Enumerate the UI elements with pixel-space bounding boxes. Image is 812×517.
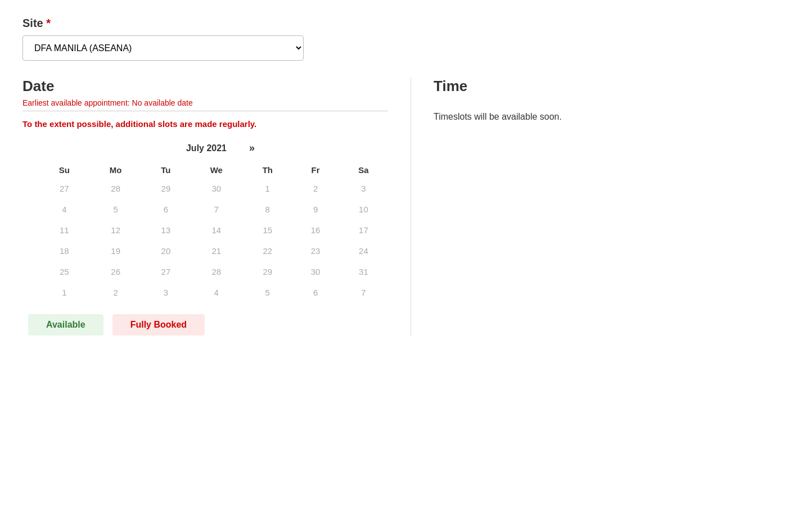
weekday-su: Su <box>39 162 89 178</box>
calendar-day: 3 <box>142 282 190 303</box>
calendar-day: 5 <box>89 199 142 220</box>
calendar-day: 20 <box>142 241 190 261</box>
additional-slots-message: To the extent possible, additional slots… <box>22 119 388 129</box>
calendar-day: 7 <box>339 282 388 303</box>
calendar-day: 7 <box>190 199 243 220</box>
site-label: Site * <box>22 17 790 30</box>
calendar-week-row: 11121314151617 <box>39 220 388 241</box>
calendar-day: 4 <box>39 199 89 220</box>
calendar-day: 23 <box>292 241 339 261</box>
calendar-week-row: 1234567 <box>39 282 388 303</box>
calendar-day: 3 <box>339 178 388 199</box>
site-required-indicator: * <box>46 17 51 29</box>
calendar-day: 19 <box>89 241 142 261</box>
calendar-day: 27 <box>39 178 89 199</box>
calendar-day: 12 <box>89 220 142 241</box>
calendar-week-row: 45678910 <box>39 199 388 220</box>
earliest-appointment-notice: Earliest available appointment: No avail… <box>22 98 388 107</box>
weekday-th: Th <box>243 162 292 178</box>
calendar-day: 27 <box>142 261 190 282</box>
calendar-legend: Available Fully Booked <box>28 314 388 335</box>
weekday-mo: Mo <box>89 162 142 178</box>
site-label-text: Site <box>22 17 43 29</box>
earliest-value: No available date <box>132 98 193 107</box>
calendar-day: 9 <box>292 199 339 220</box>
calendar-month-title: July 2021 <box>173 143 240 153</box>
calendar-day: 25 <box>39 261 89 282</box>
calendar-header: July 2021 » <box>39 142 388 154</box>
date-divider <box>22 111 388 111</box>
weekday-we: We <box>190 162 243 178</box>
calendar-day: 24 <box>339 241 388 261</box>
calendar-day: 5 <box>243 282 292 303</box>
weekday-tu: Tu <box>142 162 190 178</box>
timeslots-message: Timeslots will be available soon. <box>434 112 790 122</box>
calendar: July 2021 » Su Mo Tu We Th Fr Sa <box>39 142 388 303</box>
time-section: Time Timeslots will be available soon. <box>410 78 790 335</box>
calendar-day: 28 <box>190 261 243 282</box>
date-section: Date Earliest available appointment: No … <box>22 78 388 335</box>
calendar-day: 2 <box>292 178 339 199</box>
calendar-day: 30 <box>190 178 243 199</box>
calendar-week-row: 27282930123 <box>39 178 388 199</box>
date-section-title: Date <box>22 78 388 95</box>
calendar-day: 29 <box>142 178 190 199</box>
calendar-day: 26 <box>89 261 142 282</box>
calendar-day: 1 <box>39 282 89 303</box>
calendar-weekdays-row: Su Mo Tu We Th Fr Sa <box>39 162 388 178</box>
calendar-day: 29 <box>243 261 292 282</box>
calendar-day: 18 <box>39 241 89 261</box>
site-dropdown[interactable]: DFA MANILA (ASEANA) <box>22 35 304 61</box>
calendar-day: 28 <box>89 178 142 199</box>
calendar-body: 2728293012345678910111213141516171819202… <box>39 178 388 303</box>
calendar-day: 6 <box>292 282 339 303</box>
calendar-week-row: 18192021222324 <box>39 241 388 261</box>
calendar-day: 17 <box>339 220 388 241</box>
weekday-sa: Sa <box>339 162 388 178</box>
calendar-day: 11 <box>39 220 89 241</box>
time-section-title: Time <box>434 78 790 95</box>
calendar-day: 21 <box>190 241 243 261</box>
calendar-day: 15 <box>243 220 292 241</box>
calendar-week-row: 25262728293031 <box>39 261 388 282</box>
calendar-day: 10 <box>339 199 388 220</box>
site-section: Site * DFA MANILA (ASEANA) <box>22 17 790 61</box>
calendar-day: 8 <box>243 199 292 220</box>
main-content: Date Earliest available appointment: No … <box>22 78 790 335</box>
legend-fully-booked: Fully Booked <box>112 314 205 335</box>
calendar-next-button[interactable]: » <box>249 142 255 154</box>
calendar-day: 13 <box>142 220 190 241</box>
calendar-day: 1 <box>243 178 292 199</box>
weekday-fr: Fr <box>292 162 339 178</box>
calendar-day: 22 <box>243 241 292 261</box>
calendar-table: Su Mo Tu We Th Fr Sa 2728293012345678910… <box>39 162 388 303</box>
earliest-label: Earliest available appointment: <box>22 98 130 107</box>
calendar-day: 31 <box>339 261 388 282</box>
calendar-day: 4 <box>190 282 243 303</box>
calendar-day: 6 <box>142 199 190 220</box>
legend-available: Available <box>28 314 103 335</box>
calendar-day: 14 <box>190 220 243 241</box>
calendar-day: 16 <box>292 220 339 241</box>
calendar-day: 2 <box>89 282 142 303</box>
calendar-day: 30 <box>292 261 339 282</box>
